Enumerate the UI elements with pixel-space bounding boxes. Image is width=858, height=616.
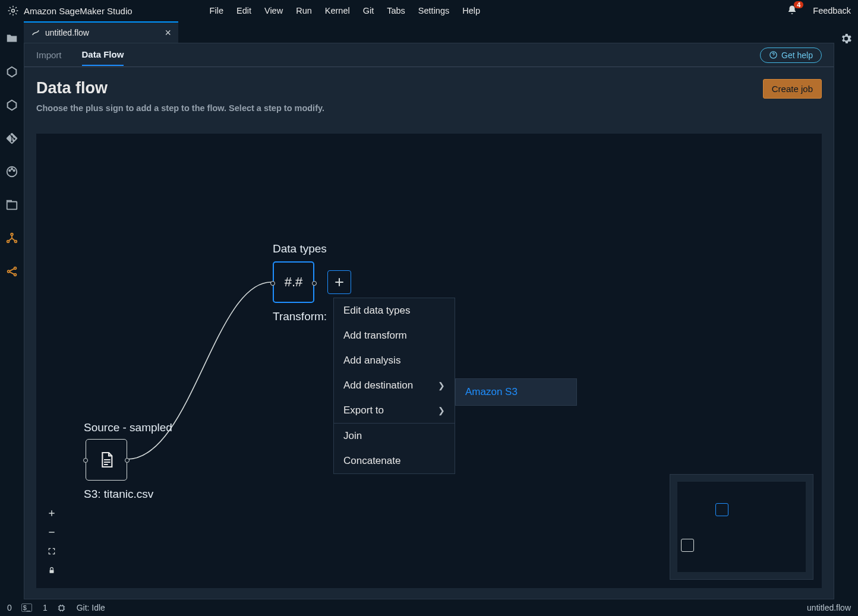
svg-point-8 — [11, 233, 13, 236]
feedback-link[interactable]: Feedback — [813, 6, 851, 15]
zoom-in-button[interactable] — [43, 504, 60, 523]
node-datatypes-subtitle: Transform: — [273, 310, 327, 323]
status-kernel-count-1[interactable]: 1 — [43, 603, 66, 612]
menu-file[interactable]: File — [210, 6, 223, 15]
file-tab-label: untitled.flow — [45, 28, 89, 37]
svg-point-4 — [9, 170, 10, 171]
menu-kernel[interactable]: Kernel — [325, 6, 350, 15]
datatypes-input-port[interactable] — [270, 281, 275, 286]
minimap[interactable] — [670, 474, 813, 580]
datatypes-output-port[interactable] — [312, 281, 317, 286]
menu-export-to[interactable]: Export to❯ — [334, 398, 455, 423]
menu-concatenate[interactable]: Concatenate — [334, 448, 455, 473]
right-activity-bar — [834, 21, 858, 599]
top-menubar: Amazon SageMaker Studio File Edit View R… — [0, 0, 858, 21]
file-tab-strip: untitled.flow × — [24, 21, 834, 43]
menu-add-transform[interactable]: Add transform — [334, 323, 455, 348]
svg-rect-7 — [7, 202, 17, 210]
app-title: Amazon SageMaker Studio — [24, 6, 133, 16]
status-bar: 0 $_ 1 Git: Idle untitled.flow — [0, 599, 858, 616]
git-icon[interactable] — [5, 132, 18, 145]
main-editor-panel: Import Data Flow Get help Data flow Choo… — [24, 43, 834, 599]
main-menu: File Edit View Run Kernel Git Tabs Setti… — [210, 6, 480, 15]
terminal-icon: $_ — [21, 604, 32, 612]
svg-marker-2 — [8, 100, 17, 110]
plus-icon — [333, 276, 345, 288]
svg-point-13 — [14, 274, 17, 276]
palette-icon[interactable] — [5, 165, 18, 178]
get-help-button[interactable]: Get help — [760, 48, 822, 63]
minimap-node-source — [681, 539, 694, 552]
svg-rect-16 — [59, 605, 64, 610]
status-git[interactable]: Git: Idle — [77, 603, 105, 612]
add-step-button[interactable] — [327, 270, 351, 294]
create-job-button[interactable]: Create job — [763, 79, 822, 99]
node-source-subtitle: S3: titanic.csv — [84, 488, 153, 501]
flow-file-icon — [31, 28, 40, 37]
svg-point-9 — [7, 241, 10, 243]
node-datatypes-title: Data types — [273, 242, 327, 255]
tab-import[interactable]: Import — [36, 45, 62, 65]
folder-icon[interactable] — [5, 32, 18, 45]
svg-point-11 — [8, 270, 10, 273]
lock-view-button[interactable] — [43, 561, 60, 580]
status-filename: untitled.flow — [807, 603, 851, 612]
minimap-node-datatypes — [715, 503, 728, 516]
status-kernel-count-0[interactable]: 0 $_ — [7, 603, 32, 612]
menu-join[interactable]: Join — [334, 423, 455, 448]
hexagon-icon-2[interactable] — [5, 99, 18, 112]
add-destination-submenu: Amazon S3 — [455, 378, 577, 406]
hexagon-icon[interactable] — [5, 65, 18, 78]
graph-orange-icon[interactable] — [5, 232, 18, 245]
tabs-icon[interactable] — [5, 198, 18, 211]
chevron-right-icon: ❯ — [438, 406, 445, 415]
svg-point-0 — [12, 10, 15, 12]
svg-rect-15 — [50, 570, 54, 573]
svg-point-5 — [11, 168, 12, 169]
menu-run[interactable]: Run — [296, 6, 312, 15]
submenu-amazon-s3[interactable]: Amazon S3 — [456, 379, 576, 405]
menu-settings[interactable]: Settings — [418, 6, 449, 15]
help-icon — [769, 50, 778, 59]
zoom-controls — [43, 504, 60, 580]
fit-view-button[interactable] — [43, 542, 60, 561]
svg-point-12 — [14, 267, 17, 270]
page-subtitle: Choose the plus sign to add a step to th… — [36, 103, 324, 113]
left-activity-bar — [0, 21, 24, 599]
document-icon — [97, 450, 116, 469]
svg-point-10 — [15, 241, 17, 243]
svg-marker-1 — [8, 67, 17, 77]
flow-canvas[interactable]: Source - sampled S3: titanic.csv Data ty… — [36, 134, 822, 588]
aws-logo-icon — [7, 5, 19, 17]
chevron-right-icon: ❯ — [438, 381, 445, 390]
settings-gear-icon[interactable] — [840, 32, 853, 48]
page-title: Data flow — [36, 79, 324, 97]
zoom-out-button[interactable] — [43, 523, 60, 542]
datatypes-glyph: #.# — [285, 274, 303, 290]
cpu-icon — [57, 604, 66, 612]
menu-add-destination[interactable]: Add destination❯ — [334, 373, 455, 398]
menu-tabs[interactable]: Tabs — [387, 6, 405, 15]
notifications-button[interactable]: 4 — [787, 5, 797, 17]
tab-data-flow[interactable]: Data Flow — [82, 44, 124, 66]
node-datatypes[interactable]: #.# — [273, 261, 314, 303]
menu-edit[interactable]: Edit — [236, 6, 251, 15]
notification-count-badge: 4 — [794, 1, 803, 8]
menu-add-analysis[interactable]: Add analysis — [334, 348, 455, 373]
page-header: Data flow Choose the plus sign to add a … — [24, 67, 834, 121]
share-orange-icon[interactable] — [5, 265, 18, 278]
menu-help[interactable]: Help — [462, 6, 480, 15]
menu-edit-data-types[interactable]: Edit data types — [334, 298, 455, 323]
node-source[interactable] — [86, 439, 127, 481]
source-input-port[interactable] — [83, 458, 88, 463]
close-tab-icon[interactable]: × — [165, 27, 171, 39]
svg-point-6 — [13, 170, 14, 171]
editor-subtabs: Import Data Flow Get help — [24, 43, 834, 67]
source-output-port[interactable] — [125, 458, 130, 463]
node-source-title: Source - sampled — [84, 421, 172, 434]
edge-source-to-datatypes — [36, 134, 333, 549]
file-tab-untitled-flow[interactable]: untitled.flow × — [24, 21, 178, 43]
menu-git[interactable]: Git — [363, 6, 374, 15]
node-context-menu: Edit data types Add transform Add analys… — [333, 298, 455, 474]
menu-view[interactable]: View — [264, 6, 283, 15]
